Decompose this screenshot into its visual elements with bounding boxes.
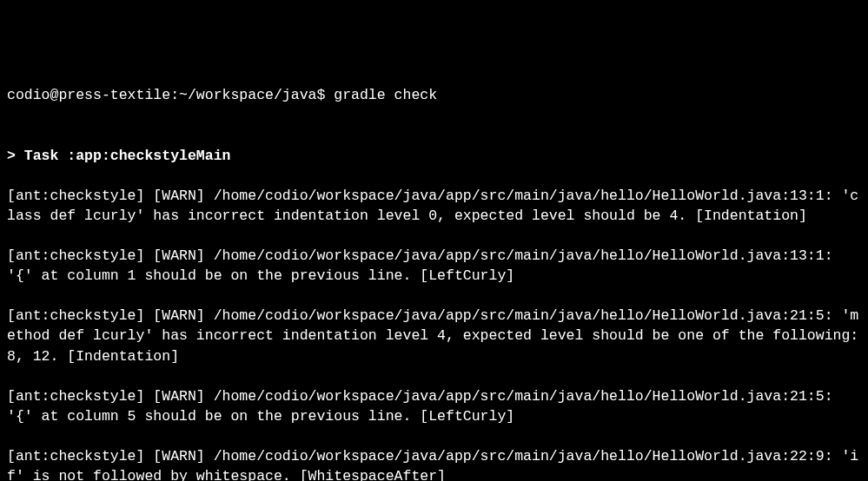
checkstyle-warning-line: [ant:checkstyle] [WARN] /home/codio/work… (7, 386, 861, 426)
checkstyle-warning-line: [ant:checkstyle] [WARN] /home/codio/work… (7, 186, 861, 226)
checkstyle-warning-line: [ant:checkstyle] [WARN] /home/codio/work… (7, 306, 861, 366)
terminal-prompt-line[interactable]: codio@press-textile:~/workspace/java$ gr… (7, 85, 861, 105)
task-header: > Task :app:checkstyleMain (7, 146, 861, 166)
checkstyle-warning-line: [ant:checkstyle] [WARN] /home/codio/work… (7, 446, 861, 481)
checkstyle-warning-line: [ant:checkstyle] [WARN] /home/codio/work… (7, 246, 861, 286)
